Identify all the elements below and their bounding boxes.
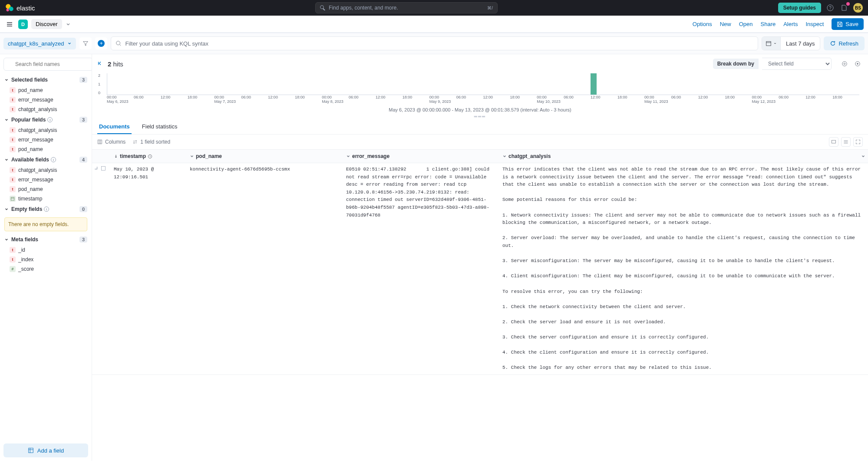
field-item[interactable]: pod_name [0, 184, 92, 194]
hits-count: 2 hits [108, 60, 123, 68]
fullscreen-button[interactable] [853, 137, 863, 147]
chevron-down-icon [4, 237, 9, 242]
dataview-selector[interactable]: chatgpt_k8s_analyzed [3, 38, 76, 49]
alerts-link[interactable]: Alerts [783, 21, 798, 27]
field-item[interactable]: timestamp [0, 194, 92, 204]
refresh-button[interactable]: Refresh [824, 36, 865, 50]
chart-options-button[interactable] [852, 59, 863, 69]
global-search[interactable]: Find apps, content, and more. ⌘/ [315, 2, 498, 13]
field-type-icon [10, 177, 16, 183]
edit-visualization-button[interactable] [839, 59, 850, 69]
row-checkbox[interactable] [101, 166, 106, 372]
selected-fields-header[interactable]: Selected fields3 [0, 74, 92, 85]
discover-dropdown[interactable]: Discover [31, 19, 62, 29]
pencil-icon [842, 61, 848, 67]
filter-button[interactable] [79, 37, 92, 49]
open-link[interactable]: Open [739, 21, 753, 27]
expand-row-icon[interactable] [94, 166, 99, 372]
info-icon[interactable]: i [51, 157, 56, 162]
chart-caption: May 6, 2023 @ 00:00:00.000 - May 13, 202… [92, 105, 868, 114]
kql-placeholder: Filter your data using KQL syntax [125, 40, 208, 47]
available-fields-header[interactable]: Available fieldsi4 [0, 154, 92, 165]
user-avatar[interactable]: BS [853, 3, 863, 13]
field-item[interactable]: chatgpt_analysis [0, 125, 92, 135]
histogram-chart[interactable]: 210 00:0006:0012:0018:00May 6, 202300:00… [92, 73, 868, 105]
cell-timestamp[interactable]: May 10, 2023 @ 12:09:16.501 [111, 163, 187, 374]
global-search-placeholder: Find apps, content, and more. [329, 5, 398, 11]
setup-guides-button[interactable]: Setup guides [778, 3, 821, 13]
breakdown-label: Break down by [713, 59, 759, 69]
field-type-icon [10, 196, 16, 202]
empty-fields-header[interactable]: Empty fieldsi0 [0, 204, 92, 215]
cell-chatgpt-analysis[interactable]: This error indicates that the client was… [500, 163, 868, 374]
popular-fields-header[interactable]: Popular fieldsi3 [0, 114, 92, 125]
grid-icon [843, 139, 848, 144]
svg-text:?: ? [829, 6, 832, 10]
cell-pod-name[interactable]: konnectivity-agent-6676d5695b-ccsmx [187, 163, 343, 374]
columns-button[interactable]: Columns [97, 139, 125, 145]
chevron-down-icon [4, 207, 9, 211]
column-header-pod-name[interactable]: pod_name [187, 150, 343, 163]
date-picker[interactable]: Last 7 days [762, 36, 821, 50]
field-item[interactable]: chatgpt_analysis [0, 105, 92, 114]
resize-handle[interactable]: ═══ [92, 114, 868, 119]
logo[interactable]: elastic [5, 3, 35, 12]
field-type-icon [10, 256, 16, 263]
chevron-down-icon [502, 154, 507, 158]
chevron-down-icon [861, 154, 865, 158]
options-link[interactable]: Options [693, 21, 712, 27]
newsfeed-icon[interactable] [839, 3, 849, 13]
field-item[interactable]: _score [0, 264, 92, 274]
chart-bar[interactable] [591, 73, 597, 95]
refresh-icon [830, 40, 836, 46]
help-icon[interactable]: ? [825, 3, 835, 13]
query-bar: chatgpt_k8s_analyzed + Filter your data … [0, 33, 868, 54]
density-button[interactable] [841, 137, 851, 147]
field-item[interactable]: _index [0, 255, 92, 264]
breakdown-select[interactable]: Select field [762, 58, 832, 70]
chevron-down-icon[interactable] [66, 22, 71, 27]
save-button[interactable]: Save [832, 18, 864, 30]
column-header-timestamp[interactable]: timestamp [111, 150, 187, 163]
tab-field-statistics[interactable]: Field statistics [140, 119, 179, 134]
svg-point-1 [9, 7, 13, 11]
calendar-icon[interactable] [762, 37, 781, 50]
plus-icon: + [98, 40, 105, 47]
svg-rect-9 [29, 448, 33, 453]
field-item[interactable]: error_message [0, 135, 92, 144]
fullscreen-icon [855, 139, 861, 144]
tab-documents[interactable]: Documents [97, 119, 132, 134]
grid-header: timestamp pod_name error_message chatgpt… [92, 150, 868, 163]
notification-dot [846, 2, 850, 6]
svg-point-13 [857, 63, 858, 65]
cell-error-message[interactable]: E0510 02:51:47.138292 1 client.go:388] c… [343, 163, 500, 374]
share-link[interactable]: Share [761, 21, 776, 27]
elastic-logo-icon [5, 3, 14, 12]
field-item[interactable]: _id [0, 245, 92, 255]
add-filter-button[interactable]: + [95, 37, 107, 49]
display-options-button[interactable] [829, 137, 838, 147]
nav-toggle-button[interactable] [4, 19, 15, 30]
add-field-button[interactable]: Add a field [3, 443, 88, 457]
svg-rect-14 [98, 140, 102, 144]
date-range-text: Last 7 days [781, 40, 820, 47]
column-header-error-message[interactable]: error_message [343, 150, 500, 163]
sort-button[interactable]: 1 field sorted [132, 139, 170, 145]
meta-fields-header[interactable]: Meta fields3 [0, 234, 92, 245]
field-item[interactable]: pod_name [0, 144, 92, 154]
svg-rect-6 [766, 42, 771, 46]
chart-y-axis: 210 [98, 73, 100, 95]
info-icon[interactable]: i [44, 207, 49, 212]
field-item[interactable]: pod_name [0, 85, 92, 95]
field-item[interactable]: error_message [0, 175, 92, 184]
collapse-sidebar-icon[interactable] [97, 60, 103, 68]
inspect-link[interactable]: Inspect [805, 21, 824, 27]
new-link[interactable]: New [720, 21, 731, 27]
svg-point-10 [842, 62, 847, 66]
info-icon[interactable]: i [47, 117, 53, 122]
column-header-chatgpt-analysis[interactable]: chatgpt_analysis [500, 150, 868, 163]
kql-input[interactable]: Filter your data using KQL syntax [111, 36, 758, 50]
field-search-input[interactable] [3, 58, 92, 71]
field-item[interactable]: error_message [0, 95, 92, 105]
field-item[interactable]: chatgpt_analysis [0, 165, 92, 175]
